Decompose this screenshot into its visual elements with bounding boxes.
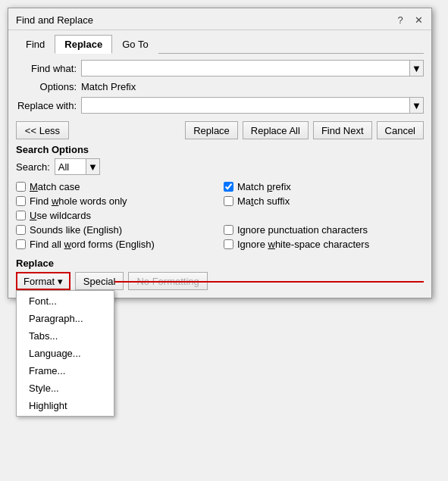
ignore-space-checkbox[interactable] [224,239,233,249]
replace-with-dropdown-arrow[interactable]: ▼ [409,98,423,113]
tab-find[interactable]: Find [16,35,55,54]
dropdown-item-tabs[interactable]: Tabs... [17,327,114,345]
dropdown-item-highlight[interactable]: Highlight [17,397,114,414]
checkbox-whole-words: Find whole words only [16,195,216,207]
red-line [114,281,424,283]
search-options-title: Search Options [16,144,424,155]
find-what-input[interactable] [82,61,409,76]
ignore-punct-checkbox[interactable] [224,225,233,235]
dropdown-item-language[interactable]: Language... [17,345,114,362]
ignore-punct-label: Ignore punctuation characters [237,224,368,236]
replace-all-button[interactable]: Replace All [243,121,309,139]
format-button[interactable]: Format ▾ [16,272,70,290]
replace-with-row: Replace with: ▼ [16,97,424,114]
replace-btn-row: Format ▾ Font... Paragraph... Tabs... La… [16,272,424,290]
tab-replace[interactable]: Replace [55,35,112,54]
checkbox-wildcards: Use wildcards [16,210,216,221]
whole-words-checkbox[interactable] [16,196,26,206]
find-what-input-wrap: ▼ [81,60,424,77]
options-row: Options: Match Prefix [16,81,424,92]
find-replace-dialog: Find and Replace ? ✕ Find Replace Go To … [8,8,432,298]
replace-with-input[interactable] [82,98,409,113]
replace-with-input-wrap: ▼ [81,97,424,114]
dropdown-item-paragraph[interactable]: Paragraph... [17,310,114,327]
checkbox-sounds-like: Sounds like (English) [16,224,216,236]
dialog-title: Find and Replace [16,14,93,26]
cancel-button[interactable]: Cancel [377,121,424,139]
title-bar-icons: ? ✕ [393,13,425,27]
checkboxes-grid: Match case Match prefix Find whole words… [16,181,424,250]
ignore-space-label: Ignore white-space characters [237,239,369,250]
replace-section-title: Replace [16,258,424,269]
action-buttons: << Less Replace Replace All Find Next Ca… [16,121,424,139]
checkbox-ignore-space: Ignore white-space characters [224,239,424,250]
checkbox-word-forms: Find all word forms (English) [16,239,216,250]
sounds-like-checkbox[interactable] [16,225,26,235]
close-button[interactable]: ✕ [412,13,425,27]
checkbox-match-case: Match case [16,181,216,192]
word-forms-label: Find all word forms (English) [30,239,155,250]
match-prefix-label: Match prefix [237,181,291,192]
tab-goto[interactable]: Go To [112,35,158,54]
replace-with-label: Replace with: [16,100,77,111]
dropdown-item-font[interactable]: Font... [17,292,114,310]
options-label: Options: [16,81,77,92]
find-what-label: Find what: [16,63,77,74]
match-case-checkbox[interactable] [16,182,26,192]
less-button[interactable]: << Less [16,121,69,139]
help-button[interactable]: ? [393,13,407,27]
sounds-like-label: Sounds like (English) [30,224,122,236]
search-row: Search: All ▼ [16,158,424,175]
dropdown-item-frame[interactable]: Frame... [17,362,114,379]
checkbox-match-suffix: Match suffix [224,195,424,207]
find-what-row: Find what: ▼ [16,60,424,77]
word-forms-checkbox[interactable] [16,239,26,249]
checkbox-ignore-punct: Ignore punctuation characters [224,224,424,236]
match-prefix-checkbox[interactable] [224,182,233,192]
match-case-label: Match case [30,181,80,192]
format-dropdown-menu: Font... Paragraph... Tabs... Language...… [16,290,114,417]
tab-bar: Find Replace Go To [16,35,424,54]
dropdown-item-style[interactable]: Style... [17,379,114,397]
find-what-dropdown-arrow[interactable]: ▼ [409,61,423,76]
search-label: Search: [16,161,50,173]
title-bar: Find and Replace ? ✕ [8,8,431,30]
options-value: Match Prefix [81,81,136,92]
replace-button[interactable]: Replace [185,121,238,139]
whole-words-label: Find whole words only [30,195,127,207]
match-suffix-checkbox[interactable] [224,196,233,206]
find-next-button[interactable]: Find Next [313,121,372,139]
search-value: All [55,161,86,173]
search-combo-arrow[interactable]: ▼ [86,159,99,174]
match-suffix-label: Match suffix [237,195,290,207]
wildcards-checkbox[interactable] [16,211,26,220]
dialog-content: Find Replace Go To Find what: ▼ Options:… [8,30,431,298]
wildcards-label: Use wildcards [30,210,91,221]
search-combo[interactable]: All ▼ [55,158,100,175]
checkbox-match-prefix: Match prefix [224,181,424,192]
format-dropdown-container: Format ▾ Font... Paragraph... Tabs... La… [16,272,70,290]
